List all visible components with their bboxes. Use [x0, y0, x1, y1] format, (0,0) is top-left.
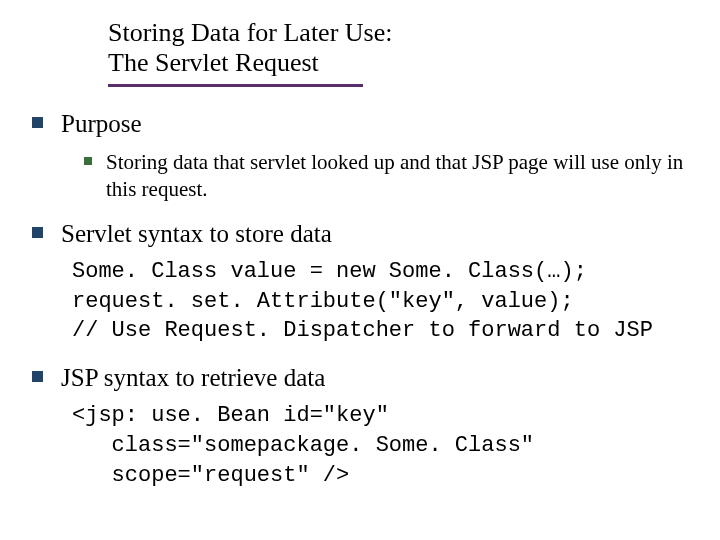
jsp-heading: JSP syntax to retrieve data	[61, 362, 325, 393]
servlet-heading: Servlet syntax to store data	[61, 218, 332, 249]
square-bullet-icon	[32, 117, 43, 128]
code-line: Some. Class value = new Some. Class(…);	[72, 259, 587, 284]
square-bullet-icon	[32, 227, 43, 238]
subbullet-purpose-desc: Storing data that servlet looked up and …	[84, 149, 700, 202]
slide-title-block: Storing Data for Later Use: The Servlet …	[108, 18, 392, 87]
servlet-code-block: Some. Class value = new Some. Class(…); …	[72, 257, 700, 346]
purpose-desc: Storing data that servlet looked up and …	[106, 149, 700, 202]
code-line: <jsp: use. Bean id="key"	[72, 403, 389, 428]
purpose-heading: Purpose	[61, 108, 142, 139]
square-bullet-icon	[32, 371, 43, 382]
code-line: class="somepackage. Some. Class"	[72, 433, 534, 458]
title-line-1: Storing Data for Later Use:	[108, 18, 392, 48]
title-underline	[108, 84, 363, 87]
bullet-servlet-syntax: Servlet syntax to store data	[32, 218, 700, 249]
square-bullet-icon	[84, 157, 92, 165]
code-line: // Use Request. Dispatcher to forward to…	[72, 318, 653, 343]
title-line-2: The Servlet Request	[108, 48, 392, 78]
bullet-purpose: Purpose	[32, 108, 700, 139]
code-line: scope="request" />	[72, 463, 349, 488]
code-line: request. set. Attribute("key", value);	[72, 289, 574, 314]
bullet-jsp-syntax: JSP syntax to retrieve data	[32, 362, 700, 393]
slide-content: Purpose Storing data that servlet looked…	[32, 108, 700, 506]
jsp-code-block: <jsp: use. Bean id="key" class="somepack…	[72, 401, 700, 490]
